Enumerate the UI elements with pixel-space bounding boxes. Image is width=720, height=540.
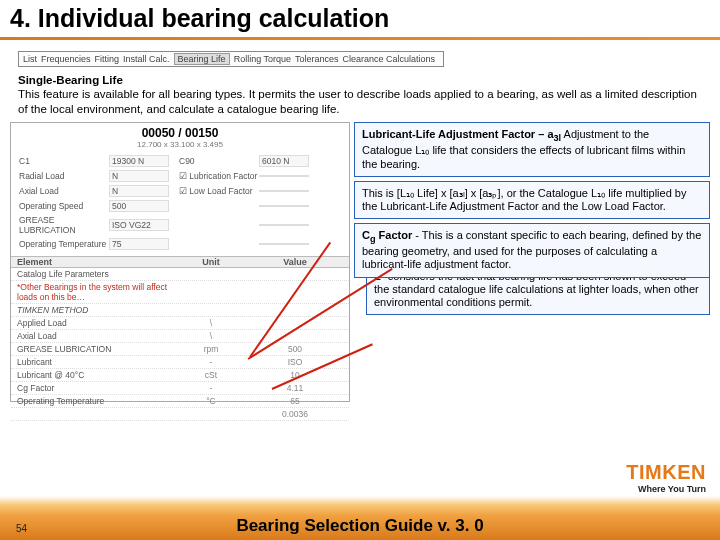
col-value: Value xyxy=(241,257,349,267)
shot-field-row: GREASE LUBRICATIONISO VG22 xyxy=(19,215,341,235)
tab-list[interactable]: List xyxy=(23,54,37,64)
shot-field-row: C119300 NC906010 N xyxy=(19,155,341,167)
tab-tolerances[interactable]: Tolerances xyxy=(295,54,339,64)
footer-title: Bearing Selection Guide v. 3. 0 xyxy=(236,516,483,536)
callouts: Lubricant-Life Adjustment Factor – a3l A… xyxy=(354,122,710,402)
table-row: Operating Temperature°C65 xyxy=(11,395,349,408)
callout-box: This is [L₁₀ Life] x [a₃ₗ] x [a₃ₚ], or t… xyxy=(354,181,710,219)
slide-title: 4. Individual bearing calculation xyxy=(10,4,710,33)
desc-body: This feature is available for all bearin… xyxy=(18,88,697,114)
shot-field-row: Operating Speed500 xyxy=(19,200,341,212)
shot-field-row: Operating Temperature75 xyxy=(19,238,341,250)
slide-header: 4. Individual bearing calculation xyxy=(0,0,720,35)
shot-fields: C119300 NC906010 NRadial LoadN☑ Lubricat… xyxy=(11,149,349,250)
footer: 54 Bearing Selection Guide v. 3. 0 xyxy=(0,496,720,540)
col-unit: Unit xyxy=(181,257,241,267)
table-row: 0.0036 xyxy=(11,408,349,421)
col-element: Element xyxy=(11,257,181,267)
tab-frequencies[interactable]: Frequencies xyxy=(41,54,91,64)
table-row: Catalog Life Parameters xyxy=(11,268,349,281)
page-number: 54 xyxy=(16,523,27,534)
shot-field-row: Radial LoadN☑ Lubrication Factor xyxy=(19,170,341,182)
screenshot-panel: 00050 / 00150 12.700 x 33.100 x 3.495 C1… xyxy=(10,122,350,402)
desc-heading: Single-Bearing Life xyxy=(18,74,123,86)
table-row: Cg Factor-4.11 xyxy=(11,382,349,395)
brand-name: TIMKEN xyxy=(626,461,706,484)
shot-subtitle: 12.700 x 33.100 x 3.495 xyxy=(11,140,349,149)
callout-box: Cg Factor - This is a constant specific … xyxy=(354,223,710,278)
tab-rolling-torque[interactable]: Rolling Torque xyxy=(234,54,291,64)
table-header: Element Unit Value xyxy=(11,256,349,268)
shot-title: 00050 / 00150 xyxy=(11,123,349,140)
table-rows: Catalog Life Parameters*Other Bearings i… xyxy=(11,268,349,421)
tab-strip: ListFrequenciesFittingInstall Calc.Beari… xyxy=(18,51,444,67)
tab-clearance-calculations[interactable]: Clearance Calculations xyxy=(343,54,436,64)
brand-tagline: Where You Turn xyxy=(626,484,706,494)
description: Single-Bearing Life This feature is avai… xyxy=(0,73,720,122)
table-row: GREASE LUBRICATIONrpm500 xyxy=(11,343,349,356)
table-row: TIMKEN METHOD xyxy=(11,304,349,317)
tab-install-calc-[interactable]: Install Calc. xyxy=(123,54,170,64)
brand-block: TIMKEN Where You Turn xyxy=(626,461,706,494)
tab-fitting[interactable]: Fitting xyxy=(95,54,120,64)
header-rule xyxy=(0,37,720,40)
shot-field-row: Axial LoadN☑ Low Load Factor xyxy=(19,185,341,197)
tab-bearing-life[interactable]: Bearing Life xyxy=(174,53,230,65)
table-row: Lubricant-ISO xyxy=(11,356,349,369)
callout-box: Lubricant-Life Adjustment Factor – a3l A… xyxy=(354,122,710,177)
table-row: Axial Load\ xyxy=(11,330,349,343)
